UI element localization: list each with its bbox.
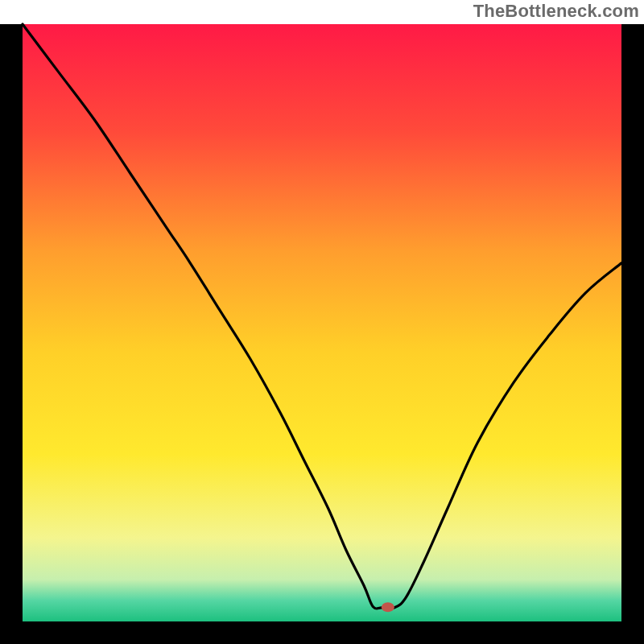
bottleneck-chart	[0, 0, 644, 644]
chart-container: TheBottleneck.com	[0, 0, 644, 644]
plot-area	[23, 24, 621, 621]
optimal-marker	[382, 602, 394, 612]
